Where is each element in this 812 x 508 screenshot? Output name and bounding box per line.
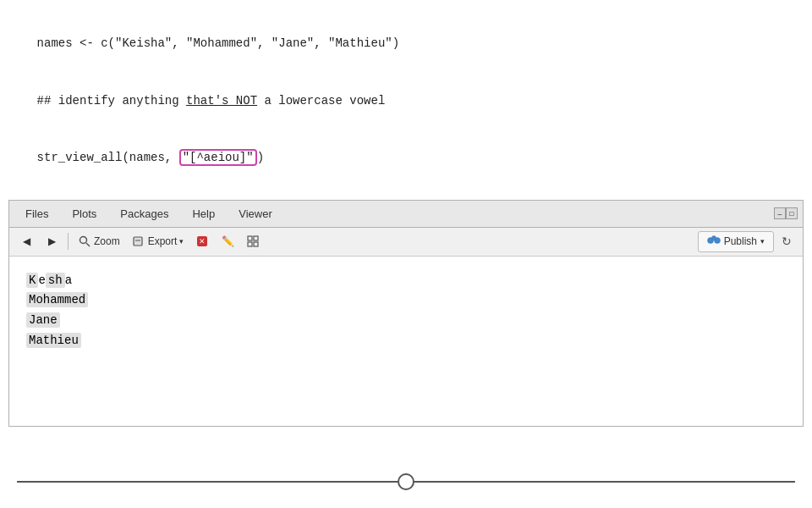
svg-line-1 <box>86 243 90 246</box>
svg-rect-9 <box>254 242 258 246</box>
tab-viewer[interactable]: Viewer <box>228 203 283 224</box>
tab-bar: Files Plots Packages Help Viewer — □ <box>9 201 803 228</box>
svg-rect-6 <box>248 236 252 240</box>
back-button[interactable]: ◀ <box>14 233 38 250</box>
name-row-keisha: Kesha <box>26 273 786 287</box>
tab-packages[interactable]: Packages <box>109 203 179 224</box>
separator-1 <box>68 233 69 250</box>
zoom-button[interactable]: Zoom <box>73 233 125 250</box>
svg-point-0 <box>80 237 87 244</box>
zoom-icon <box>78 235 91 248</box>
code-regex: "[^aeiou]" <box>179 149 257 166</box>
minimize-button[interactable]: — <box>774 207 786 219</box>
tab-help[interactable]: Help <box>181 203 226 224</box>
svg-text:✕: ✕ <box>199 237 206 246</box>
code-text-2b: that's NOT <box>186 94 257 108</box>
forward-button[interactable]: ▶ <box>40 233 63 250</box>
svg-point-12 <box>711 235 716 240</box>
tab-plots[interactable]: Plots <box>61 203 107 224</box>
tab-files[interactable]: Files <box>14 203 59 224</box>
back-icon: ◀ <box>19 235 33 248</box>
grid-icon <box>246 235 260 248</box>
toolbar: ◀ ▶ Zoom Export <box>9 228 803 257</box>
publish-button[interactable]: Publish ▾ <box>698 231 774 252</box>
brush-icon: ✏️ <box>221 235 234 248</box>
stop-button[interactable]: ✕ <box>190 233 214 250</box>
grid-button[interactable] <box>241 233 265 250</box>
export-icon <box>132 235 145 248</box>
stop-icon: ✕ <box>195 235 209 248</box>
code-line-1: names <- c("Keisha", "Mohammed", "Jane",… <box>8 15 804 72</box>
code-area: names <- c("Keisha", "Mohammed", "Jane",… <box>0 0 812 200</box>
bottom-scrollbar-area <box>0 481 812 483</box>
export-dropdown-icon: ▾ <box>179 237 184 246</box>
name-keisha: K <box>26 273 38 288</box>
brush-button[interactable]: ✏️ <box>216 233 239 250</box>
code-text-2c: a lowercase vowel <box>257 94 385 108</box>
code-text-3a: str_view_all(names, <box>37 151 173 164</box>
code-text-3b: ) <box>257 151 264 164</box>
export-button[interactable]: Export ▾ <box>127 233 189 250</box>
name-mathieu: Mathieu <box>26 333 81 348</box>
publish-label: Publish <box>724 235 757 247</box>
name-row-mohammed: Mohammed <box>26 292 786 307</box>
maximize-button[interactable]: □ <box>786 207 798 219</box>
svg-rect-8 <box>248 242 252 246</box>
publish-dropdown-icon: ▾ <box>760 237 765 246</box>
scroll-thumb[interactable] <box>398 473 414 490</box>
scroll-track[interactable] <box>17 481 795 483</box>
viewer-panel: Files Plots Packages Help Viewer — □ ◀ ▶ <box>8 200 804 427</box>
code-line-2: ## identify anything that's NOT a lowerc… <box>8 72 804 129</box>
export-label: Export <box>148 235 178 247</box>
zoom-label: Zoom <box>94 235 120 247</box>
refresh-icon: ↻ <box>782 235 792 248</box>
svg-rect-7 <box>254 236 258 240</box>
forward-icon: ▶ <box>45 235 58 248</box>
name-row-mathieu: Mathieu <box>26 333 786 348</box>
refresh-button[interactable]: ↻ <box>776 230 798 252</box>
viewer-content: Kesha Mohammed Jane Mathieu <box>9 257 803 426</box>
name-mohammed: Mohammed <box>26 292 88 307</box>
svg-rect-2 <box>134 237 142 246</box>
publish-icon <box>707 235 721 249</box>
name-jane: Jane <box>26 312 60 328</box>
code-line-3: str_view_all(names, "[^aeiou]") <box>8 129 804 185</box>
name-row-jane: Jane <box>26 312 786 328</box>
name-keisha-i: sh <box>46 273 65 288</box>
code-text-2a: ## identify anything <box>37 94 186 108</box>
code-text-1: names <- c("Keisha", "Mohammed", "Jane",… <box>37 36 399 50</box>
